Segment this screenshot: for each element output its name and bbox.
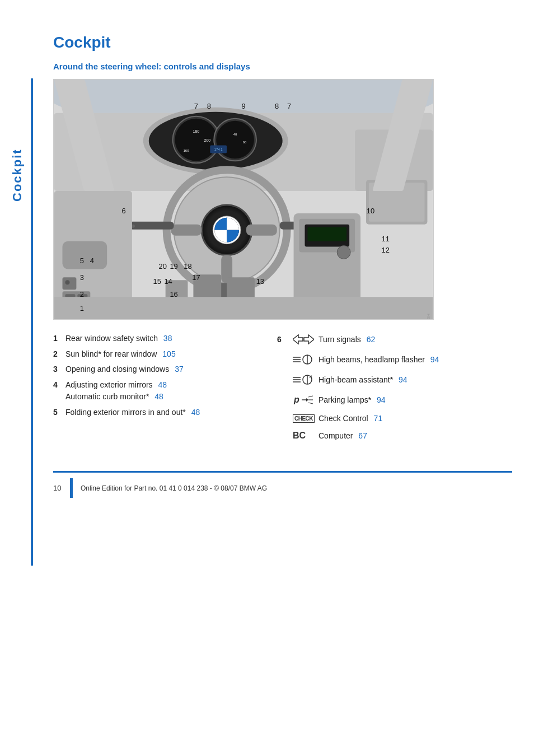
turn-signals-icon [293,333,318,346]
svg-rect-24 [246,225,277,236]
item-link-4a[interactable]: 48 [158,380,167,389]
svg-rect-34 [307,227,346,241]
svg-line-95 [308,403,313,404]
right-item-link-6[interactable]: 62 [367,335,376,344]
item-link-3[interactable]: 37 [175,365,184,374]
item-number-5: 5 [53,407,65,418]
footer-accent-bar [70,478,73,498]
svg-text:15: 15 [153,277,161,286]
item-number-2: 2 [53,349,65,360]
svg-text:18: 18 [184,262,191,270]
svg-rect-23 [171,225,202,236]
list-item: 1 Rear window safety switch 38 [53,333,266,344]
high-beam-assistant-icon: A [293,374,318,386]
svg-rect-42 [63,277,77,290]
right-item-text-parking: Parking lamps* 94 [318,395,386,404]
high-beams-icon [293,353,318,366]
item-text-5: Folding exterior mirrors in and out* 48 [65,407,200,418]
right-item-link-parking[interactable]: 94 [377,395,386,404]
svg-text:1: 1 [80,304,84,312]
svg-text:20: 20 [158,262,166,270]
right-item-link-bc[interactable]: 67 [358,431,367,440]
svg-text:6: 6 [121,207,125,215]
parking-lamps-icon: p [293,394,318,406]
svg-point-6 [175,119,218,161]
cockpit-diagram: 180 200 160 40 60 174 1 [53,79,434,320]
svg-text:3: 3 [80,273,84,282]
left-accent-bar [31,78,33,566]
svg-rect-44 [63,241,107,269]
item-number-1: 1 [53,333,65,344]
svg-text:5: 5 [80,256,84,265]
page-title: Cockpit [53,34,512,52]
list-item: 2 Sun blind* for rear window 105 [53,349,266,360]
svg-text:200: 200 [204,138,210,142]
right-list-item-highbeam: High beams, headlamp flasher 94 [277,353,512,366]
svg-marker-78 [304,335,314,344]
footer: 10 Online Edition for Part no. 01 41 0 0… [53,471,512,498]
svg-text:12: 12 [382,246,390,254]
sidebar-chapter-label: Cockpit [10,90,27,202]
right-item-text-hba: High-beam assistant* 94 [318,375,407,384]
svg-text:19: 19 [170,262,177,270]
right-item-text-bc: Computer 67 [318,431,367,440]
item-link-2[interactable]: 105 [162,349,175,358]
item-link-1[interactable]: 38 [163,334,172,343]
svg-text:WW01-0285-0H: WW01-0285-0H [426,314,431,319]
check-control-icon: CHECK [293,414,318,423]
right-item-number-6: 6 [277,335,293,344]
svg-text:p: p [293,395,299,404]
footer-page-number: 10 [53,484,70,492]
svg-marker-77 [293,335,303,344]
item-text-2: Sun blind* for rear window 105 [65,349,176,360]
right-list-item-check: CHECK Check Control 71 [277,414,512,423]
svg-text:14: 14 [164,277,172,286]
computer-bc-icon: BC [293,431,318,441]
svg-rect-43 [65,280,69,284]
footer-text: Online Edition for Part no. 01 41 0 014 … [81,484,267,492]
svg-text:17: 17 [192,273,200,282]
svg-text:A: A [309,375,312,379]
svg-text:11: 11 [382,235,390,243]
right-item-text-highbeam: High beams, headlamp flasher 94 [318,355,439,364]
item-number-3: 3 [53,364,65,375]
item-link-4b[interactable]: 48 [154,392,163,401]
list-item: 5 Folding exterior mirrors in and out* 4… [53,407,266,418]
bc-label-icon: BC [293,431,315,441]
items-container: 1 Rear window safety switch 38 2 Sun bli… [53,333,512,449]
svg-text:9: 9 [241,102,245,110]
right-list-item-bc: BC Computer 67 [277,431,512,441]
right-item-text-check: Check Control 71 [318,414,382,423]
check-label-icon: CHECK [293,414,315,423]
left-items-list: 1 Rear window safety switch 38 2 Sun bli… [53,333,266,449]
svg-text:40: 40 [233,133,237,136]
right-item-link-check[interactable]: 71 [374,414,383,423]
list-item: 4 Adjusting exterior mirrors 48 [53,380,266,391]
right-list-item-6: 6 Turn signals 62 [277,333,512,346]
right-list-item-hba: A High-beam assistant* 94 [277,374,512,386]
svg-text:2: 2 [80,290,84,298]
svg-rect-53 [54,297,433,319]
section-subtitle: Around the steering wheel: controls and … [53,62,512,71]
svg-rect-27 [129,222,174,230]
item-text-4: Adjusting exterior mirrors 48 [65,380,167,391]
right-list-item-parking: p Parking lamps* 94 [277,394,512,406]
item-number-4: 4 [53,380,65,391]
list-item-sub: Automatic curb monitor* 48 [65,391,266,403]
right-item-link-hb[interactable]: 94 [430,355,439,364]
svg-text:8: 8 [207,102,211,110]
svg-line-93 [308,396,313,397]
svg-text:8: 8 [275,102,279,110]
item-link-5[interactable]: 48 [191,408,200,417]
svg-text:10: 10 [367,207,374,215]
item-text-4b: Automatic curb monitor* 48 [65,391,163,403]
right-items-list: 6 Turn signals 62 [266,333,512,449]
svg-text:7: 7 [194,102,198,110]
item-text-1: Rear window safety switch 38 [65,333,172,344]
list-item: 3 Opening and closing windows 37 [53,364,266,375]
svg-text:174 1: 174 1 [214,148,223,151]
item-text-3: Opening and closing windows 37 [65,364,184,375]
svg-marker-92 [306,398,308,402]
right-item-text-6: Turn signals 62 [318,335,375,344]
right-item-link-hba[interactable]: 94 [399,375,407,384]
